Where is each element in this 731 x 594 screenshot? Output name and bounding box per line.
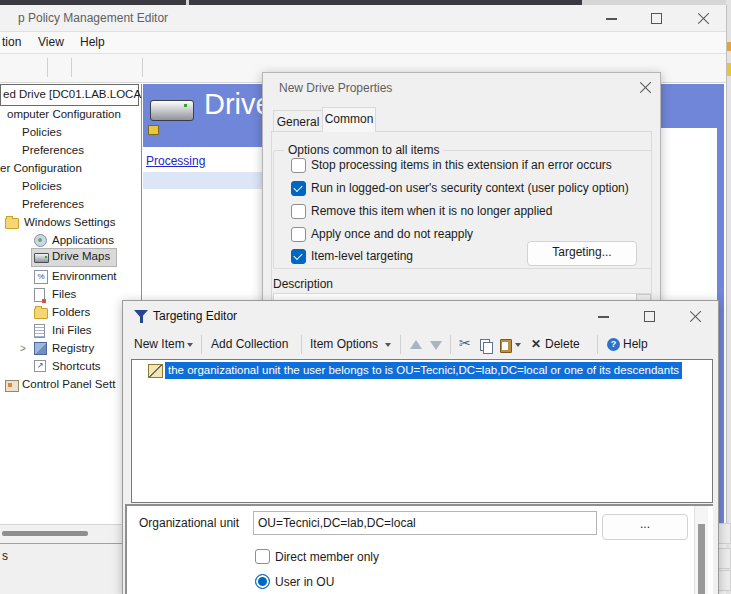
status-text-fragment: s <box>2 549 8 563</box>
delete-button[interactable]: Delete <box>545 337 580 351</box>
drive-header-icon-led <box>184 104 187 107</box>
scrollbar-thumb[interactable] <box>698 524 705 594</box>
shortcuts-icon: ↗ <box>34 360 46 372</box>
tree-item-registry[interactable]: > Registry <box>0 340 141 357</box>
cut-icon[interactable]: ✂ <box>459 335 471 351</box>
control-panel-icon <box>5 380 19 392</box>
toolbar-separator <box>597 335 598 354</box>
tree-item-applications[interactable]: Applications <box>0 232 141 249</box>
tree-horizontal-scrollbar[interactable] <box>0 524 141 543</box>
tree-item-windows-settings[interactable]: Windows Settings <box>0 214 141 231</box>
chevron-down-icon[interactable] <box>515 343 521 347</box>
targeting-editor-dialog: Targeting Editor New Item Add Collection… <box>122 300 719 594</box>
tree-item-policies[interactable]: Policies <box>0 178 141 195</box>
close-button[interactable] <box>697 11 711 25</box>
move-up-icon[interactable] <box>410 340 422 349</box>
menu-action[interactable]: tion <box>2 35 21 49</box>
user-in-ou-radio[interactable] <box>255 574 270 589</box>
environment-icon: % <box>34 270 48 284</box>
run-in-context-label[interactable]: Run in logged-on user's security context… <box>311 181 629 195</box>
move-down-icon[interactable] <box>430 341 442 350</box>
scrollbar-thumb[interactable] <box>2 531 88 536</box>
targeting-button[interactable]: Targeting... <box>527 241 637 266</box>
registry-icon <box>34 342 47 355</box>
panel-vertical-scrollbar[interactable] <box>694 506 708 594</box>
tree-root-label: ed Drive [DC01.LAB.LOCA <box>3 88 141 100</box>
item-level-targeting-checkbox[interactable] <box>291 249 306 264</box>
tree-item-control-panel-settings[interactable]: Control Panel Sett <box>0 376 141 393</box>
tree-item-root[interactable]: ed Drive [DC01.LAB.LOCA <box>0 84 139 106</box>
background-scroll-button <box>718 570 731 591</box>
tab-general[interactable]: General <box>273 110 323 132</box>
run-in-context-checkbox[interactable] <box>291 181 306 196</box>
processing-link[interactable]: Processing <box>146 154 205 168</box>
copy-icon[interactable] <box>480 339 490 351</box>
tree-item-computer-configuration[interactable]: omputer Configuration <box>0 106 141 123</box>
menu-view[interactable]: View <box>38 35 64 49</box>
gpme-menu-bar: tion View Help <box>0 32 726 53</box>
applications-icon <box>34 234 47 247</box>
maximize-button[interactable] <box>650 11 664 25</box>
tree-item-ini-files[interactable]: Ini Files <box>0 322 141 339</box>
item-options-button[interactable]: Item Options <box>310 337 378 351</box>
toolbar-separator <box>301 335 302 354</box>
dialog-title: New Drive Properties <box>279 81 392 95</box>
apply-once-checkbox[interactable] <box>291 227 306 242</box>
background-scroll-button <box>718 523 731 544</box>
tree-item-preferences[interactable]: Preferences <box>0 142 141 159</box>
add-collection-button[interactable]: Add Collection <box>211 337 288 351</box>
tree-item-folders[interactable]: Folders <box>0 304 141 321</box>
folders-icon <box>34 308 48 319</box>
tree-item-shortcuts[interactable]: ↗ Shortcuts <box>0 358 141 375</box>
toolbar-separator <box>71 58 72 77</box>
direct-member-only-checkbox[interactable] <box>255 549 270 564</box>
targeting-item-selected[interactable]: the organizational unit the user belongs… <box>165 362 682 379</box>
tree-item-policies[interactable]: Policies <box>0 124 141 141</box>
minimize-button[interactable] <box>605 10 619 24</box>
new-item-button[interactable]: New Item <box>134 337 185 351</box>
toolbar-separator <box>142 58 143 77</box>
paste-icon[interactable] <box>500 339 512 353</box>
toolbar-separator <box>450 335 451 354</box>
help-button[interactable]: Help <box>623 337 648 351</box>
apply-once-label[interactable]: Apply once and do not reapply <box>311 227 473 241</box>
expand-chevron-icon[interactable]: > <box>20 343 26 354</box>
remove-item-label[interactable]: Remove this item when it is no longer ap… <box>311 204 552 218</box>
targeting-toolbar: New Item Add Collection Item Options ✂ ✕… <box>123 331 716 359</box>
organizational-unit-label: Organizational unit <box>139 516 239 530</box>
stop-processing-label[interactable]: Stop processing items in this extension … <box>311 158 612 172</box>
drive-maps-icon <box>34 253 49 263</box>
direct-member-only-label[interactable]: Direct member only <box>275 550 379 564</box>
minimize-button[interactable] <box>597 308 611 322</box>
menu-help[interactable]: Help <box>80 35 105 49</box>
maximize-button[interactable] <box>643 309 657 323</box>
ini-files-icon <box>34 324 45 338</box>
browse-button[interactable]: ... <box>602 514 688 540</box>
background-icon-sliver <box>727 42 731 51</box>
item-level-targeting-label[interactable]: Item-level targeting <box>311 249 413 263</box>
close-icon[interactable] <box>639 80 653 94</box>
tree-item-user-configuration[interactable]: er Configuration <box>0 160 141 177</box>
delete-x-icon[interactable]: ✕ <box>531 337 541 351</box>
funnel-icon <box>134 310 148 318</box>
ou-properties-panel: Organizational unit ... Direct member on… <box>125 504 713 594</box>
tree-item-preferences[interactable]: Preferences <box>0 196 141 213</box>
drive-header-network-icon <box>148 125 159 135</box>
targeting-items-list[interactable]: the organizational unit the user belongs… <box>131 359 713 503</box>
tab-common[interactable]: Common <box>322 107 376 132</box>
background-icon-sliver <box>727 63 731 76</box>
remove-item-checkbox[interactable] <box>291 204 306 219</box>
tree-item-files[interactable]: Files <box>0 286 141 303</box>
stop-processing-checkbox[interactable] <box>291 158 306 173</box>
pane-highlight-band <box>143 172 262 189</box>
gpme-window-title: p Policy Management Editor <box>18 11 168 25</box>
tree-item-environment[interactable]: % Environment <box>0 268 141 285</box>
ou-input[interactable] <box>253 511 597 535</box>
user-in-ou-label[interactable]: User in OU <box>275 575 334 589</box>
chevron-down-icon[interactable] <box>385 343 391 347</box>
help-icon[interactable]: ? <box>607 338 620 351</box>
tree-item-drive-maps[interactable]: Drive Maps <box>0 248 141 265</box>
close-button[interactable] <box>689 309 703 323</box>
background-scroll-button <box>718 548 731 569</box>
chevron-down-icon[interactable] <box>187 343 193 347</box>
